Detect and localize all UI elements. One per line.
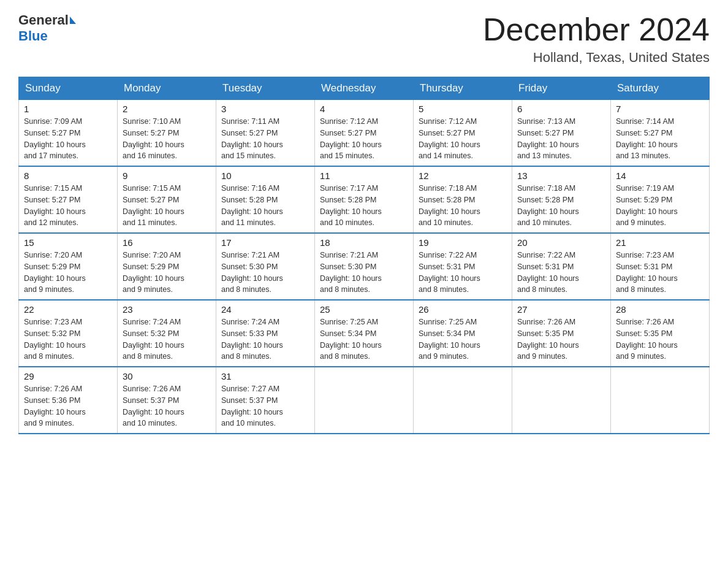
week-row-2: 8Sunrise: 7:15 AM Sunset: 5:27 PM Daylig…: [19, 166, 710, 233]
day-number: 18: [320, 237, 408, 248]
day-info: Sunrise: 7:27 AM Sunset: 5:37 PM Dayligh…: [221, 383, 309, 429]
day-number: 21: [616, 237, 704, 248]
day-number: 28: [616, 304, 704, 315]
day-number: 5: [419, 104, 507, 114]
day-cell: [611, 367, 710, 434]
day-cell: 1Sunrise: 7:09 AM Sunset: 5:27 PM Daylig…: [19, 100, 118, 167]
week-row-3: 15Sunrise: 7:20 AM Sunset: 5:29 PM Dayli…: [19, 233, 710, 300]
title-block: December 2024 Holland, Texas, United Sta…: [483, 12, 710, 66]
day-info: Sunrise: 7:18 AM Sunset: 5:28 PM Dayligh…: [517, 183, 605, 229]
day-cell: [414, 367, 512, 434]
day-cell: 13Sunrise: 7:18 AM Sunset: 5:28 PM Dayli…: [512, 166, 611, 233]
day-cell: 30Sunrise: 7:26 AM Sunset: 5:37 PM Dayli…: [118, 367, 216, 434]
day-cell: 8Sunrise: 7:15 AM Sunset: 5:27 PM Daylig…: [19, 166, 118, 233]
day-cell: [512, 367, 611, 434]
day-number: 26: [419, 304, 507, 315]
day-number: 27: [517, 304, 605, 315]
day-info: Sunrise: 7:26 AM Sunset: 5:37 PM Dayligh…: [123, 383, 211, 429]
day-cell: 2Sunrise: 7:10 AM Sunset: 5:27 PM Daylig…: [118, 100, 216, 167]
day-number: 6: [517, 104, 605, 114]
day-info: Sunrise: 7:20 AM Sunset: 5:29 PM Dayligh…: [24, 250, 112, 296]
day-cell: 10Sunrise: 7:16 AM Sunset: 5:28 PM Dayli…: [216, 166, 315, 233]
day-number: 1: [24, 104, 112, 114]
day-number: 30: [123, 371, 211, 381]
day-info: Sunrise: 7:21 AM Sunset: 5:30 PM Dayligh…: [320, 250, 408, 296]
logo-blue: Blue: [18, 28, 48, 44]
logo-arrow-icon: [70, 17, 76, 24]
day-cell: 17Sunrise: 7:21 AM Sunset: 5:30 PM Dayli…: [216, 233, 315, 300]
day-cell: 18Sunrise: 7:21 AM Sunset: 5:30 PM Dayli…: [315, 233, 414, 300]
day-info: Sunrise: 7:10 AM Sunset: 5:27 PM Dayligh…: [123, 116, 211, 162]
logo-text: General: [18, 12, 76, 28]
week-row-1: 1Sunrise: 7:09 AM Sunset: 5:27 PM Daylig…: [19, 100, 710, 167]
day-info: Sunrise: 7:11 AM Sunset: 5:27 PM Dayligh…: [221, 116, 309, 162]
day-cell: 7Sunrise: 7:14 AM Sunset: 5:27 PM Daylig…: [611, 100, 710, 167]
day-cell: 29Sunrise: 7:26 AM Sunset: 5:36 PM Dayli…: [19, 367, 118, 434]
day-cell: 27Sunrise: 7:26 AM Sunset: 5:35 PM Dayli…: [512, 300, 611, 367]
day-cell: 22Sunrise: 7:23 AM Sunset: 5:32 PM Dayli…: [19, 300, 118, 367]
day-number: 15: [24, 237, 112, 248]
day-cell: [315, 367, 414, 434]
day-cell: 3Sunrise: 7:11 AM Sunset: 5:27 PM Daylig…: [216, 100, 315, 167]
day-cell: 31Sunrise: 7:27 AM Sunset: 5:37 PM Dayli…: [216, 367, 315, 434]
day-number: 20: [517, 237, 605, 248]
day-info: Sunrise: 7:24 AM Sunset: 5:33 PM Dayligh…: [221, 316, 309, 362]
day-info: Sunrise: 7:22 AM Sunset: 5:31 PM Dayligh…: [419, 250, 507, 296]
day-number: 22: [24, 304, 112, 315]
day-info: Sunrise: 7:14 AM Sunset: 5:27 PM Dayligh…: [616, 116, 704, 162]
day-cell: 19Sunrise: 7:22 AM Sunset: 5:31 PM Dayli…: [414, 233, 512, 300]
day-number: 29: [24, 371, 112, 381]
day-cell: 28Sunrise: 7:26 AM Sunset: 5:35 PM Dayli…: [611, 300, 710, 367]
day-number: 4: [320, 104, 408, 114]
day-cell: 20Sunrise: 7:22 AM Sunset: 5:31 PM Dayli…: [512, 233, 611, 300]
day-info: Sunrise: 7:26 AM Sunset: 5:36 PM Dayligh…: [24, 383, 112, 429]
logo-general: General: [18, 12, 69, 28]
day-info: Sunrise: 7:12 AM Sunset: 5:27 PM Dayligh…: [419, 116, 507, 162]
day-header-wednesday: Wednesday: [315, 77, 414, 100]
day-number: 2: [123, 104, 211, 114]
day-header-thursday: Thursday: [414, 77, 512, 100]
day-number: 23: [123, 304, 211, 315]
calendar-title: December 2024: [483, 12, 710, 47]
week-row-4: 22Sunrise: 7:23 AM Sunset: 5:32 PM Dayli…: [19, 300, 710, 367]
day-info: Sunrise: 7:16 AM Sunset: 5:28 PM Dayligh…: [221, 183, 309, 229]
day-info: Sunrise: 7:20 AM Sunset: 5:29 PM Dayligh…: [123, 250, 211, 296]
day-cell: 15Sunrise: 7:20 AM Sunset: 5:29 PM Dayli…: [19, 233, 118, 300]
page-header: General Blue December 2024 Holland, Texa…: [18, 12, 710, 66]
day-info: Sunrise: 7:25 AM Sunset: 5:34 PM Dayligh…: [419, 316, 507, 362]
day-number: 24: [221, 304, 309, 315]
day-cell: 11Sunrise: 7:17 AM Sunset: 5:28 PM Dayli…: [315, 166, 414, 233]
day-number: 17: [221, 237, 309, 248]
day-cell: 4Sunrise: 7:12 AM Sunset: 5:27 PM Daylig…: [315, 100, 414, 167]
day-number: 10: [221, 170, 309, 181]
day-number: 11: [320, 170, 408, 181]
day-number: 9: [123, 170, 211, 181]
day-cell: 16Sunrise: 7:20 AM Sunset: 5:29 PM Dayli…: [118, 233, 216, 300]
week-row-5: 29Sunrise: 7:26 AM Sunset: 5:36 PM Dayli…: [19, 367, 710, 434]
day-info: Sunrise: 7:18 AM Sunset: 5:28 PM Dayligh…: [419, 183, 507, 229]
day-info: Sunrise: 7:26 AM Sunset: 5:35 PM Dayligh…: [616, 316, 704, 362]
day-header-saturday: Saturday: [611, 77, 710, 100]
day-info: Sunrise: 7:22 AM Sunset: 5:31 PM Dayligh…: [517, 250, 605, 296]
day-info: Sunrise: 7:17 AM Sunset: 5:28 PM Dayligh…: [320, 183, 408, 229]
day-info: Sunrise: 7:24 AM Sunset: 5:32 PM Dayligh…: [123, 316, 211, 362]
day-number: 13: [517, 170, 605, 181]
day-info: Sunrise: 7:13 AM Sunset: 5:27 PM Dayligh…: [517, 116, 605, 162]
day-info: Sunrise: 7:21 AM Sunset: 5:30 PM Dayligh…: [221, 250, 309, 296]
day-number: 14: [616, 170, 704, 181]
days-header-row: SundayMondayTuesdayWednesdayThursdayFrid…: [19, 77, 710, 100]
day-header-monday: Monday: [118, 77, 216, 100]
day-info: Sunrise: 7:23 AM Sunset: 5:32 PM Dayligh…: [24, 316, 112, 362]
day-cell: 25Sunrise: 7:25 AM Sunset: 5:34 PM Dayli…: [315, 300, 414, 367]
day-cell: 23Sunrise: 7:24 AM Sunset: 5:32 PM Dayli…: [118, 300, 216, 367]
logo: General Blue: [18, 12, 76, 44]
day-cell: 21Sunrise: 7:23 AM Sunset: 5:31 PM Dayli…: [611, 233, 710, 300]
day-info: Sunrise: 7:19 AM Sunset: 5:29 PM Dayligh…: [616, 183, 704, 229]
day-cell: 9Sunrise: 7:15 AM Sunset: 5:27 PM Daylig…: [118, 166, 216, 233]
day-info: Sunrise: 7:12 AM Sunset: 5:27 PM Dayligh…: [320, 116, 408, 162]
day-header-sunday: Sunday: [19, 77, 118, 100]
day-info: Sunrise: 7:15 AM Sunset: 5:27 PM Dayligh…: [123, 183, 211, 229]
day-cell: 14Sunrise: 7:19 AM Sunset: 5:29 PM Dayli…: [611, 166, 710, 233]
day-cell: 5Sunrise: 7:12 AM Sunset: 5:27 PM Daylig…: [414, 100, 512, 167]
day-info: Sunrise: 7:23 AM Sunset: 5:31 PM Dayligh…: [616, 250, 704, 296]
